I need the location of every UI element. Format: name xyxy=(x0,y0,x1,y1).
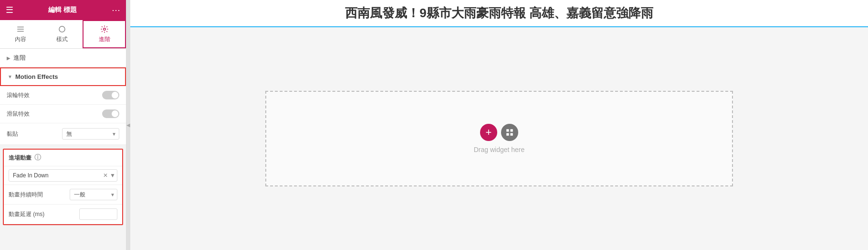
svg-rect-4 xyxy=(511,133,513,136)
drag-hint: Drag widget here xyxy=(474,146,525,153)
main-content: 西南風發威！9縣市大雨豪雨特報 高雄、嘉義留意強降雨 + Drag widget… xyxy=(130,0,868,250)
duration-select[interactable]: 一般 慢速 快速 xyxy=(70,189,117,200)
page-title: 西南風發威！9縣市大雨豪雨特報 高雄、嘉義留意強降雨 xyxy=(345,5,653,22)
sidebar-title: 編輯 標題 xyxy=(48,6,77,14)
entrance-animation-box: 進場動畫 ⓘ Fade In Down Fade In Up Fade In L… xyxy=(3,149,123,225)
svg-point-0 xyxy=(59,26,65,32)
svg-rect-2 xyxy=(506,129,509,131)
widget-type-button[interactable] xyxy=(501,124,518,141)
scroll-effect-label: 滾輪特效 xyxy=(7,91,30,99)
advanced-arrow: ▶ xyxy=(7,55,10,61)
svg-rect-3 xyxy=(511,129,513,131)
motion-effects-label: Motion Effects xyxy=(15,73,58,80)
widget-placeholder: + Drag widget here xyxy=(265,91,733,186)
mouse-effect-label: 滑鼠特效 xyxy=(7,110,30,118)
duration-select-wrap: 一般 慢速 快速 ▼ xyxy=(70,189,117,200)
delay-label: 動畫延遲 (ms) xyxy=(9,210,44,218)
sidebar-header: ☰ 編輯 標題 ⋯ xyxy=(0,0,126,20)
menu-icon[interactable]: ☰ xyxy=(6,5,13,15)
mouse-effect-row: 滑鼠特效 xyxy=(0,105,126,123)
sticky-select-wrap: 無 頂部 底部 ▼ xyxy=(62,128,119,140)
duration-row: 動畫持續時間 一般 慢速 快速 ▼ xyxy=(4,185,122,205)
tab-style[interactable]: 樣式 xyxy=(42,20,83,48)
sticky-row: 黏貼 無 頂部 底部 ▼ xyxy=(0,123,126,145)
tabs-row: 內容 樣式 進階 xyxy=(0,20,126,49)
entrance-animation-select[interactable]: Fade In Down Fade In Up Fade In Left Fad… xyxy=(9,169,117,182)
svg-rect-5 xyxy=(506,133,509,136)
advanced-label: 進階 xyxy=(13,54,26,62)
entrance-animation-info-icon: ⓘ xyxy=(34,153,41,162)
resize-handle[interactable] xyxy=(126,0,130,250)
add-widget-button[interactable]: + xyxy=(480,124,497,141)
tab-content[interactable]: 內容 xyxy=(0,20,42,48)
entrance-animation-header: 進場動畫 ⓘ xyxy=(4,150,122,166)
canvas-area: + Drag widget here xyxy=(130,27,868,250)
widget-buttons: + xyxy=(480,124,518,141)
entrance-animation-label: 進場動畫 xyxy=(9,154,31,162)
grid-icon[interactable]: ⋯ xyxy=(112,5,120,15)
sticky-label: 黏貼 xyxy=(7,130,18,138)
motion-effects-arrow: ▼ xyxy=(8,74,12,79)
delay-input[interactable] xyxy=(79,208,117,220)
motion-effects-header[interactable]: ▼ Motion Effects xyxy=(0,67,126,86)
panel-content: ▶ 進階 ▼ Motion Effects 滾輪特效 滑鼠特效 黏貼 無 頂部 xyxy=(0,49,126,250)
entrance-select-wrap: Fade In Down Fade In Up Fade In Left Fad… xyxy=(9,169,117,182)
page-title-bar: 西南風發威！9縣市大雨豪雨特報 高雄、嘉義留意強降雨 xyxy=(130,0,868,27)
section-advanced[interactable]: ▶ 進階 xyxy=(0,49,126,67)
sticky-select[interactable]: 無 頂部 底部 xyxy=(62,128,119,140)
mouse-effect-toggle[interactable] xyxy=(102,109,119,118)
sidebar: ☰ 編輯 標題 ⋯ 內容 樣式 進階 ▶ 進階 ▼ Motion Effects xyxy=(0,0,126,250)
svg-point-1 xyxy=(103,28,105,31)
delay-row: 動畫延遲 (ms) xyxy=(4,205,122,224)
scroll-effect-row: 滾輪特效 xyxy=(0,86,126,105)
entrance-animation-select-row: Fade In Down Fade In Up Fade In Left Fad… xyxy=(4,166,122,185)
tab-advanced[interactable]: 進階 xyxy=(83,20,126,48)
duration-label: 動畫持續時間 xyxy=(9,191,43,199)
scroll-effect-toggle[interactable] xyxy=(102,91,119,99)
